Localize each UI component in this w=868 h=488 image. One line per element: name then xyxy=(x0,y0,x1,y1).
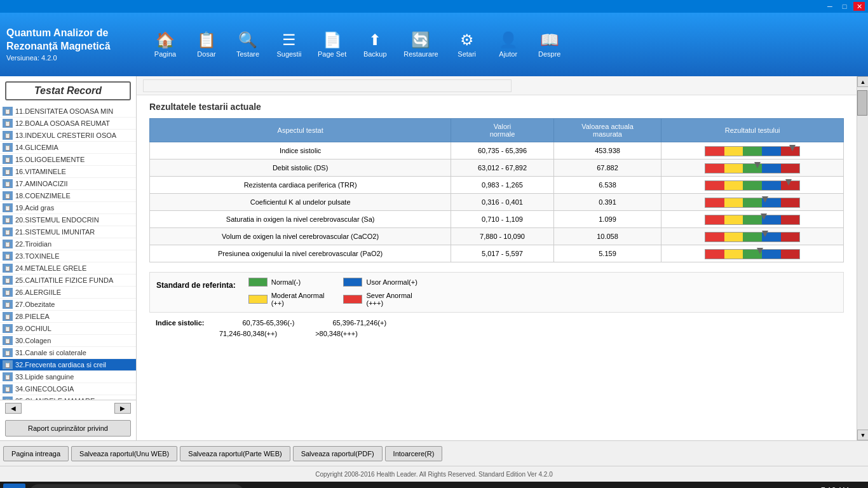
result-cell xyxy=(661,228,844,245)
maximize-button[interactable]: □ xyxy=(839,2,850,11)
taskbar-icon-security[interactable]: 🔒 xyxy=(345,484,365,488)
sidebar-item[interactable]: 📋 21.SISTEMUL IMUNITAR xyxy=(0,226,136,238)
sidebar-item-icon: 📋 xyxy=(3,203,13,212)
content-body: Rezultatele testarii actuale Aspectul te… xyxy=(137,95,857,344)
app-logo: Quantum Analizor deRezonanță Magnetică V… xyxy=(6,27,133,62)
measured-cell: 67.882 xyxy=(553,159,661,177)
scrollbar-up-btn[interactable]: ▲ xyxy=(857,76,868,87)
col-result: Rezultatul testului xyxy=(661,119,844,142)
sidebar-item[interactable]: 📋 31.Canale si colaterale xyxy=(0,347,136,359)
nav-ajutor[interactable]: 👤 Ajutor xyxy=(489,28,527,61)
measured-cell: 10.058 xyxy=(553,228,661,245)
taskbar-icon-files[interactable]: 📁 xyxy=(392,484,412,488)
col-aspect: Aspectul testat xyxy=(150,119,451,142)
minimize-button[interactable]: ─ xyxy=(824,2,836,11)
table-row: Presiunea oxigenului la nivel cerebrovas… xyxy=(150,245,844,262)
start-button[interactable]: ⊞ xyxy=(3,484,25,489)
sidebar-item[interactable]: 📋 32.Frecventa cardiaca si creil xyxy=(0,359,136,371)
nav-setari[interactable]: ⚙ Setari xyxy=(448,28,486,61)
scrollbar-thumb[interactable] xyxy=(857,90,867,116)
taskbar-icon-art[interactable]: 🎨 xyxy=(533,484,553,488)
sidebar-item[interactable]: 📋 30.Colagen xyxy=(0,335,136,347)
taskbar-icon-edge2[interactable]: 🌐 xyxy=(322,484,342,488)
sidebar-item[interactable]: 📋 17.AMINOACIZII xyxy=(0,178,136,190)
main-layout: Testat Record 📋 11.DENSITATEA OSOASA MIN… xyxy=(0,76,868,440)
sidebar-item[interactable]: 📋 29.OCHIUL xyxy=(0,323,136,335)
nav-page-set[interactable]: 📄 Page Set xyxy=(311,28,353,61)
nav-restaurare[interactable]: 🔄 Restaurare xyxy=(397,28,444,61)
taskbar-icon-circle[interactable]: ● xyxy=(510,484,530,488)
sidebar-bottom-button[interactable]: Raport cuprinzător privind xyxy=(5,420,131,437)
bottom-btn-salveaza-pdf[interactable]: Salveaza raportul(PDF) xyxy=(293,446,383,461)
measured-cell: 5.159 xyxy=(553,245,661,262)
sidebar-item[interactable]: 📋 11.DENSITATEA OSOASA MIN xyxy=(0,105,136,118)
sidebar-item[interactable]: 📋 15.OLIGOELEMENTE xyxy=(0,154,136,166)
sidebar-item-label: 11.DENSITATEA OSOASA MIN xyxy=(15,107,113,115)
aspect-cell: Presiunea oxigenului la nivel cerebrovas… xyxy=(150,245,451,262)
nav-bar: 🏠 Pagina 📋 Dosar 🔍 Testare ☰ Sugestii 📄 … xyxy=(133,28,862,61)
taskbar-icon-excel[interactable]: X xyxy=(416,484,436,488)
scroll-left-btn[interactable]: ◀ xyxy=(5,403,22,414)
sidebar-item[interactable]: 📋 27.Obezitate xyxy=(0,299,136,311)
title-bar: ─ □ ✕ xyxy=(0,0,868,13)
sidebar-item-icon: 📋 xyxy=(3,360,13,369)
sidebar-item[interactable]: 📋 25.CALITATILE FIZICE FUNDA xyxy=(0,274,136,287)
result-cell xyxy=(661,245,844,262)
sidebar-item-icon: 📋 xyxy=(3,312,13,321)
bottom-btn-intoarcere[interactable]: Intoarcere(R) xyxy=(385,446,443,461)
sidebar-item[interactable]: 📋 33.Lipide sanguine xyxy=(0,371,136,383)
sidebar-item[interactable]: 📋 35.GLANDELE MAMARE xyxy=(0,395,136,400)
sidebar-item[interactable]: 📋 20.SISTEMUL ENDOCRIN xyxy=(0,214,136,226)
sidebar-item-label: 25.CALITATILE FIZICE FUNDA xyxy=(15,276,113,284)
sidebar-item-icon: 📋 xyxy=(3,191,13,200)
bottom-btn-pagina-intreaga[interactable]: Pagina intreaga xyxy=(3,446,69,461)
taskbar-icon-edge[interactable]: e xyxy=(275,484,295,488)
nav-despre[interactable]: 📖 Despre xyxy=(531,28,569,61)
nav-testare[interactable]: 🔍 Testare xyxy=(229,28,267,61)
sidebar-item-icon: 📋 xyxy=(3,336,13,345)
sidebar-item[interactable]: 📋 34.GINECOLOGIA xyxy=(0,383,136,395)
aspect-cell: Indice sistolic xyxy=(150,142,451,159)
content-scrollbar: ▲ ▼ xyxy=(857,76,868,440)
sidebar-item[interactable]: 📋 14.GLICEMIA xyxy=(0,142,136,154)
taskbar-icon-chrome[interactable]: 🌐 xyxy=(486,484,506,488)
aspect-cell: Debit sistolic (DS) xyxy=(150,159,451,177)
close-button[interactable]: ✕ xyxy=(853,2,865,11)
sidebar-item-label: 12.BOALA OSOASA REUMAT xyxy=(15,119,110,127)
taskbar-icon-teamviewer[interactable]: 🤝 xyxy=(463,484,483,488)
nav-sugestii[interactable]: ☰ Sugestii xyxy=(270,28,308,61)
scrollbar-down-btn[interactable]: ▼ xyxy=(857,430,868,440)
nav-backup[interactable]: ⬆ Backup xyxy=(356,28,394,61)
taskbar-icon-word[interactable]: W xyxy=(369,484,389,488)
sidebar-item[interactable]: 📋 19.Acid gras xyxy=(0,202,136,214)
sidebar-item[interactable]: 📋 23.TOXINELE xyxy=(0,250,136,262)
sidebar-item[interactable]: 📋 26.ALERGIILE xyxy=(0,287,136,299)
sidebar-item[interactable]: 📋 16.VITAMINELE xyxy=(0,166,136,178)
sidebar-item[interactable]: 📋 12.BOALA OSOASA REUMAT xyxy=(0,118,136,130)
sidebar-item-icon: 📋 xyxy=(3,276,13,285)
legend-normal: Normal(-) xyxy=(248,278,325,287)
sidebar-item[interactable]: 📋 22.Tiroidian xyxy=(0,238,136,250)
sidebar-item-label: 14.GLICEMIA xyxy=(15,144,58,151)
taskbar-icon-task-view[interactable]: ⊡ xyxy=(251,484,271,488)
legend-usor: Usor Anormal(+) xyxy=(343,278,417,287)
nav-dosar[interactable]: 📋 Dosar xyxy=(187,28,226,61)
sidebar-item[interactable]: 📋 28.PIELEA xyxy=(0,311,136,323)
sidebar-item-label: 20.SISTEMUL ENDOCRIN xyxy=(15,216,99,224)
sidebar-item-label: 34.GINECOLOGIA xyxy=(15,385,74,393)
taskbar-search-box[interactable]: 🔍 xyxy=(29,484,245,488)
sidebar-item[interactable]: 📋 18.COENZIMELE xyxy=(0,190,136,202)
sidebar-item[interactable]: 📋 13.INDEXUL CRESTERII OSOA xyxy=(0,130,136,142)
measured-cell: 1.099 xyxy=(553,211,661,228)
taskbar-icon-explorer[interactable]: 📁 xyxy=(298,484,318,488)
taskbar-icon-powerpoint[interactable]: P xyxy=(439,484,459,488)
sidebar-item-label: 19.Acid gras xyxy=(15,204,54,212)
sidebar-item-icon: 📋 xyxy=(3,384,13,393)
normal-cell: 0,316 - 0,401 xyxy=(451,194,554,211)
nav-pagina[interactable]: 🏠 Pagina xyxy=(146,28,184,61)
home-icon: 🏠 xyxy=(156,31,175,49)
bottom-btn-salveaza-parte-web[interactable]: Salveaza raportul(Parte WEB) xyxy=(180,446,290,461)
sidebar-item[interactable]: 📋 24.METALELE GRELE xyxy=(0,262,136,274)
scroll-right-btn[interactable]: ▶ xyxy=(114,403,131,414)
bottom-btn-salveaza-unu-web[interactable]: Salveaza raportul(Unu WEB) xyxy=(71,446,177,461)
